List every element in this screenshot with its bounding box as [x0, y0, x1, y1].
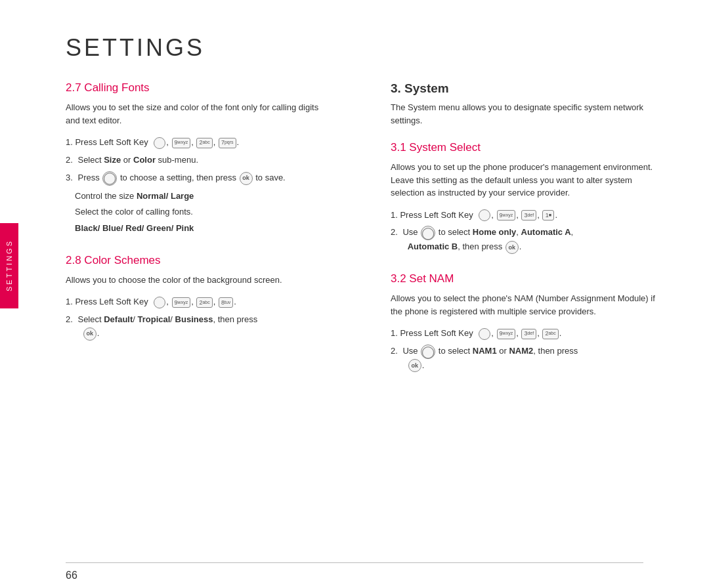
key-3def-icon: 3def [521, 329, 536, 339]
step-content: , 9wxyz, 3def, 2abc. [476, 327, 562, 341]
step-num: 2. [66, 313, 73, 327]
key-2abc-icon: 2abc [542, 329, 558, 339]
section-3: 3. System The System menu allows you to … [391, 81, 656, 127]
step-content: Use ◯ to select Home only, Automatic A, … [400, 226, 656, 254]
step-31-1: 1. Press Left Soft Key , 9wxyz, 3def, 1■… [391, 209, 656, 222]
section-27: 2.7 Calling Fonts Allows you to set the … [66, 81, 332, 236]
section-3-title: 3. System [391, 81, 656, 96]
footer-divider [66, 562, 643, 563]
page-title: SETTINGS [0, 0, 709, 81]
sidebar-tab: SETTINGS [0, 223, 18, 308]
step-27-3: 3. Press ◯ to choose a setting, then pre… [66, 171, 332, 186]
key-1-icon: 1■ [542, 210, 554, 220]
note-size: Control the size Normal/ Large [75, 190, 332, 203]
key-9wxyz-icon: 9wxyz [497, 329, 516, 339]
step-content: Use ◯ to select NAM1 or NAM2, then press… [400, 345, 656, 373]
key-3def-icon: 3def [521, 210, 536, 220]
key-7pqrs-icon: 7pqrs [219, 138, 236, 148]
step-27-2: 2. Select Size or Color sub-menu. [66, 154, 332, 167]
step-content: Select Size or Color sub-menu. [75, 154, 332, 167]
note-colors-list: Black/ Blue/ Red/ Green/ Pink [75, 222, 332, 236]
ok-key-icon: ok [240, 172, 253, 185]
key-2abc-icon: 2abc [196, 297, 212, 308]
section-3-intro: The System menu allows you to designate … [391, 101, 656, 127]
key-9wxyz-icon: 9wxyz [172, 138, 191, 148]
section-28-intro: Allows you to choose the color of the ba… [66, 274, 332, 287]
step-num: 2. [391, 345, 398, 358]
section-31-title: 3.1 System Select [391, 141, 656, 154]
step-content: Select Default/ Tropical/ Business, then… [75, 313, 332, 341]
section-28-title: 2.8 Color Schemes [66, 254, 332, 267]
nav-key-icon: ◯ [421, 226, 435, 240]
step-content: , 9wxyz, 2abc, 8tuv. [151, 295, 236, 309]
key-8tuv-icon: 8tuv [219, 297, 233, 308]
key-9wxyz-icon: 9wxyz [172, 297, 191, 308]
step-32-1: 1. Press Left Soft Key , 9wxyz, 3def, 2a… [391, 327, 656, 341]
step-28-1: 1. Press Left Soft Key , 9wxyz, 2abc, 8t… [66, 295, 332, 309]
page-number: 66 [66, 570, 77, 581]
content-area: 2.7 Calling Fonts Allows you to set the … [0, 81, 709, 557]
section-31: 3.1 System Select Allows you to set up t… [391, 141, 656, 254]
page: SETTINGS SETTINGS 2.7 Calling Fonts Allo… [0, 0, 709, 588]
nav-key-icon: ◯ [102, 171, 117, 186]
key-circle-icon [479, 328, 490, 340]
right-column: 3. System The System menu allows you to … [384, 81, 656, 557]
step-32-2: 2. Use ◯ to select NAM1 or NAM2, then pr… [391, 345, 656, 373]
step-num: 2. [66, 154, 73, 167]
page-footer: 66 [0, 557, 709, 588]
section-32-intro: Allows you to select the phone's NAM (Nu… [391, 292, 656, 318]
step-content: , 9wxyz, 3def, 1■. [476, 209, 557, 222]
sidebar-tab-label: SETTINGS [5, 240, 13, 291]
section-28: 2.8 Color Schemes Allows you to choose t… [66, 254, 332, 341]
section-31-intro: Allows you to set up the phone producer'… [391, 161, 656, 200]
ok-key-icon: ok [83, 327, 97, 341]
ok-key-icon: ok [505, 241, 519, 254]
key-2abc-icon: 2abc [196, 138, 212, 148]
key-circle-icon [479, 209, 490, 221]
step-27-1: 1. Press Left Soft Key , 9wxyz, 2abc, 7p… [66, 136, 332, 150]
nav-key-icon: ◯ [421, 345, 435, 359]
step-num: 1. Press Left Soft Key [66, 136, 148, 150]
step-num: 1. Press Left Soft Key [391, 327, 473, 341]
step-28-2: 2. Select Default/ Tropical/ Business, t… [66, 313, 332, 341]
step-content: , 9wxyz, 2abc, 7pqrs. [151, 136, 239, 150]
ok-key-icon: ok [408, 359, 421, 372]
step-num: 1. Press Left Soft Key [391, 209, 473, 222]
section-32-title: 3.2 Set NAM [391, 272, 656, 285]
section-27-title: 2.7 Calling Fonts [66, 81, 332, 94]
key-circle-icon [154, 297, 165, 308]
step-num: 3. [66, 171, 73, 185]
step-num: 2. [391, 226, 398, 240]
section-32: 3.2 Set NAM Allows you to select the pho… [391, 272, 656, 373]
note-color: Select the color of calling fonts. [75, 205, 332, 219]
left-column: 2.7 Calling Fonts Allows you to set the … [66, 81, 345, 557]
key-9wxyz-icon: 9wxyz [497, 210, 516, 220]
key-circle-icon [154, 137, 165, 149]
section-27-intro: Allows you to set the size and color of … [66, 101, 332, 127]
step-content: Press ◯ to choose a setting, then press … [75, 171, 332, 186]
step-31-2: 2. Use ◯ to select Home only, Automatic … [391, 226, 656, 254]
step-num: 1. Press Left Soft Key [66, 295, 148, 309]
